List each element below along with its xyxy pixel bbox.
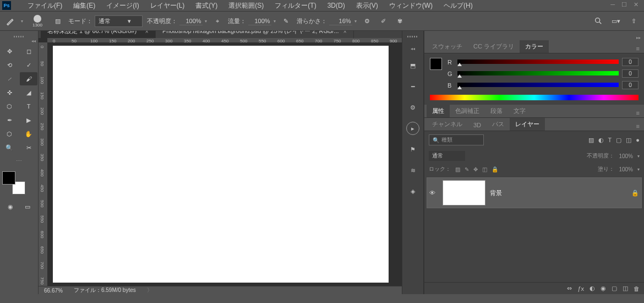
menu-help[interactable]: ヘルプ(H) [438, 0, 478, 12]
filter-adjust-icon[interactable]: ◐ [598, 137, 604, 144]
cube-icon[interactable]: ◈ [406, 185, 419, 198]
lasso-tool[interactable]: ⟲ [1, 58, 18, 72]
filter-pixel-icon[interactable]: ▨ [588, 137, 594, 144]
ruler-vertical[interactable]: 0501001502002503003504004505005506006507… [39, 42, 47, 286]
tab-close-icon[interactable]: × [145, 31, 149, 35]
quickmask-tool[interactable]: ◉ [3, 200, 18, 213]
search-icon[interactable] [592, 15, 604, 27]
ruler-horizontal[interactable]: 0501001502002503003504004505005506006507… [47, 38, 402, 42]
menu-image[interactable]: イメージ(I) [101, 0, 144, 12]
tab-layers[interactable]: レイヤー [510, 118, 545, 131]
airbrush-icon[interactable]: ✎ [280, 15, 292, 27]
lock-all-icon[interactable]: 🔒 [492, 166, 498, 172]
adjustments-dock-icon[interactable]: ━ [406, 80, 419, 93]
symmetry-icon[interactable]: ✾ [394, 15, 406, 27]
gear-icon[interactable]: ⚙ [361, 15, 373, 27]
app-logo[interactable]: Ps [2, 1, 11, 10]
styles-icon[interactable]: ≋ [406, 164, 419, 177]
tab-close-icon[interactable]: × [343, 31, 347, 35]
zoom-tool[interactable]: 🔍 [1, 141, 18, 154]
opacity-pressure-icon[interactable]: ⌖ [211, 15, 223, 27]
history-icon[interactable]: ⬒ [406, 59, 419, 72]
slider-r-value[interactable]: 0 [622, 58, 638, 66]
hand-tool[interactable]: ✋ [20, 127, 37, 140]
flow-input[interactable] [248, 17, 271, 25]
menu-file[interactable]: ファイル(F) [22, 0, 68, 12]
shape-tool[interactable]: ⬡ [1, 127, 18, 140]
quick-select-tool[interactable]: ✓ [20, 58, 37, 72]
minimize-icon[interactable]: ─ [610, 1, 615, 8]
panel-handle[interactable] [407, 34, 418, 39]
lock-pixels-icon[interactable]: ✎ [465, 166, 469, 172]
panel-handle[interactable] [0, 34, 38, 39]
panel-handle[interactable] [424, 31, 644, 35]
document-tab-2[interactable]: Photoshop hexagon background.psd @ 25% (… [156, 31, 354, 38]
menu-layer[interactable]: レイヤー(L) [145, 0, 190, 12]
slider-b-value[interactable]: 0 [622, 81, 638, 89]
menu-filter[interactable]: フィルター(T) [269, 0, 321, 12]
brush-settings-icon[interactable]: ▨ [52, 15, 64, 27]
fill-value[interactable]: 100% [619, 166, 633, 172]
tab-adjustments[interactable]: 色調補正 [450, 105, 485, 117]
healing-tool[interactable]: ✜ [1, 86, 18, 99]
pen-tool[interactable]: ✒ [1, 113, 18, 127]
menu-select[interactable]: 選択範囲(S) [223, 0, 269, 12]
crop-tool[interactable]: ✂ [20, 141, 37, 154]
layer-blend-mode[interactable]: 通常 [429, 151, 465, 161]
layer-opacity-value[interactable]: 100% [619, 153, 633, 159]
clone-tool[interactable]: ⬡ [1, 100, 18, 113]
group-icon[interactable]: ▢ [612, 285, 617, 292]
path-select-tool[interactable]: ▶ [20, 113, 37, 127]
lock-position-icon[interactable]: ✥ [473, 166, 478, 172]
slider-g[interactable] [457, 71, 619, 77]
panel-menu-icon[interactable]: ≡ [632, 44, 644, 53]
tab-paragraph[interactable]: 段落 [485, 105, 508, 117]
brush-preview[interactable]: 1300 [28, 14, 47, 28]
lock-artboard-icon[interactable]: ◫ [482, 166, 487, 172]
canvas-background[interactable] [47, 42, 402, 286]
brush-panel-icon[interactable]: ⚙ [406, 101, 419, 114]
smoothing-input[interactable] [329, 17, 352, 25]
delete-icon[interactable]: 🗑 [634, 285, 640, 292]
flag-icon[interactable]: ⚑ [406, 143, 419, 156]
workspace-icon[interactable]: ▭▾ [610, 15, 622, 27]
link-icon[interactable]: ⇔ [567, 285, 572, 292]
close-icon[interactable]: ✕ [634, 1, 638, 8]
dropdown-icon[interactable]: ▾ [21, 19, 23, 24]
zoom-level[interactable]: 66.67% [44, 288, 63, 294]
eyedropper-tool[interactable]: ⟋ [1, 72, 18, 85]
new-layer-icon[interactable]: ◫ [623, 285, 628, 292]
pressure-icon[interactable]: ✐ [378, 15, 390, 27]
panel-menu-icon[interactable]: ≡ [632, 109, 644, 117]
slider-g-value[interactable]: 0 [622, 69, 638, 78]
layer-kind-filter[interactable]: 🔍 種類 [429, 134, 484, 145]
tab-swatches[interactable]: スウォッチ [427, 40, 468, 53]
brush-tool[interactable]: 🖌 [20, 72, 37, 85]
lock-transparency-icon[interactable]: ▨ [455, 166, 460, 172]
tab-color[interactable]: カラー [520, 40, 549, 53]
tab-paths[interactable]: パス [487, 118, 510, 131]
color-swatches[interactable] [2, 171, 25, 194]
maximize-icon[interactable]: ☐ [621, 1, 627, 8]
canvas[interactable] [53, 46, 389, 283]
filter-shape-icon[interactable]: ▢ [616, 137, 621, 144]
tab-channels[interactable]: チャンネル [427, 118, 468, 131]
adjustment-icon[interactable]: ◉ [601, 285, 606, 292]
menu-edit[interactable]: 編集(E) [68, 0, 101, 12]
tab-character[interactable]: 文字 [508, 105, 531, 117]
file-info[interactable]: ファイル：6.59M/0 bytes [74, 286, 136, 294]
filter-type-icon[interactable]: T [608, 137, 612, 144]
tab-libraries[interactable]: CC ライブラリ [468, 40, 520, 53]
hue-strip[interactable] [430, 95, 638, 100]
layer-thumbnail[interactable] [443, 180, 485, 205]
eraser-tool[interactable]: ◢ [20, 86, 37, 99]
layer-name[interactable]: 背景 [490, 189, 627, 197]
opacity-input[interactable] [179, 17, 203, 25]
actions-icon[interactable]: ▸ [406, 122, 419, 135]
tab-3d[interactable]: 3D [468, 120, 487, 131]
panel-menu-icon[interactable]: ≡ [632, 122, 644, 131]
menu-view[interactable]: 表示(V) [351, 0, 384, 12]
brush-tool-icon[interactable] [4, 15, 17, 27]
layer-row[interactable]: 👁 背景 🔒 [427, 177, 642, 208]
slider-r[interactable] [457, 59, 619, 65]
